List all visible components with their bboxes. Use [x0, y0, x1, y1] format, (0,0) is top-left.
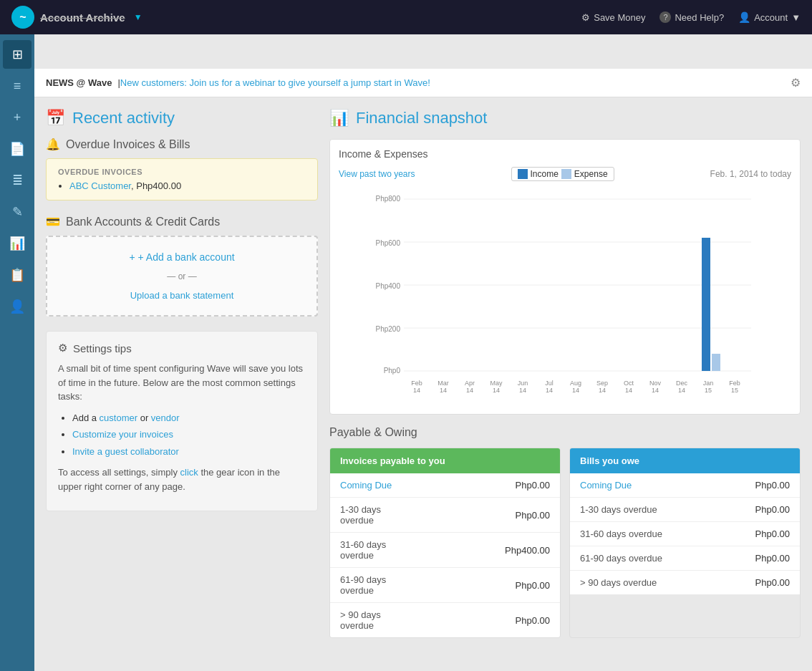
sidebar-item-accounting[interactable]: ✎ — [3, 198, 32, 226]
invoices-31-60-amount: Php400.00 — [505, 545, 550, 556]
bank-section-title: 💳 Bank Accounts & Credit Cards — [46, 215, 318, 228]
save-money-link[interactable]: Save Money — [581, 12, 645, 23]
svg-text:May: May — [490, 380, 503, 387]
svg-text:Php0: Php0 — [384, 367, 401, 375]
svg-text:Feb: Feb — [729, 380, 740, 387]
overdue-list-item: ABC Customer, Php400.00 — [69, 180, 306, 191]
bills-31-60-amount: Php0.00 — [755, 528, 790, 539]
chart-legend: Income Expense — [511, 167, 614, 181]
payable-owing-title: Payable & Owing — [329, 426, 801, 439]
invoices-1-30-row: 1-30 daysoverdue Php0.00 — [330, 498, 560, 533]
invoices-1-30-amount: Php0.00 — [516, 510, 550, 521]
brand-name: Account Archive — [40, 11, 125, 24]
sidebar-item-dashboard[interactable]: ⊞ — [3, 40, 32, 69]
sidebar-item-bills[interactable]: 📄 — [3, 135, 32, 163]
bills-61-90-amount: Php0.00 — [755, 553, 790, 564]
account-icon — [738, 11, 750, 23]
svg-text:14: 14 — [440, 387, 447, 394]
invite-collaborator-link[interactable]: Invite a guest collaborator — [72, 446, 179, 457]
topnav-actions: Save Money Need Help? Account ▼ — [581, 11, 801, 23]
svg-text:14: 14 — [466, 387, 473, 394]
svg-text:Php600: Php600 — [376, 239, 401, 247]
bank-section: 💳 Bank Accounts & Credit Cards ++ Add a … — [46, 215, 318, 317]
overdue-list: ABC Customer, Php400.00 — [58, 180, 306, 191]
brand-area: ~ Account Archive ▼ — [11, 6, 581, 29]
invoices-31-60-row: 31-60 daysoverdue Php400.00 — [330, 533, 560, 568]
invoices-61-90-row: 61-90 daysoverdue Php0.00 — [330, 568, 560, 603]
chart-header: View past two years Income Expense Feb. … — [339, 167, 791, 181]
brand-dropdown-arrow[interactable]: ▼ — [134, 12, 142, 22]
bank-icon: 💳 — [46, 215, 60, 228]
newsbar-settings-icon[interactable]: ⚙ — [791, 76, 801, 90]
svg-text:Mar: Mar — [438, 380, 449, 387]
add-bank-account-link[interactable]: ++ Add a bank account — [129, 251, 234, 263]
svg-text:Dec: Dec — [676, 380, 688, 387]
sidebar-item-contacts[interactable]: 👤 — [3, 292, 32, 321]
expense-bar-jan15 — [712, 354, 720, 371]
overdue-section-title: 🔔 Overdue Invoices & Bills — [46, 137, 318, 151]
upload-bank-statement-link[interactable]: Upload a bank statement — [130, 290, 234, 301]
legend-income-label: Income — [531, 169, 559, 179]
income-bar-jan15 — [702, 238, 710, 371]
chart-date-range: Feb. 1, 2014 to today — [710, 169, 791, 179]
chart-svg: Php800 Php600 Php400 Php200 Php0 Feb — [339, 188, 791, 403]
svg-text:14: 14 — [625, 387, 632, 394]
svg-text:Jan: Jan — [703, 380, 714, 387]
content-area: 📅 Recent activity 🔔 Overdue Invoices & B… — [34, 97, 812, 650]
bills-coming-due-label[interactable]: Coming Due — [580, 480, 632, 491]
settings-tips-click-text: click — [180, 467, 198, 478]
chart-svg-wrap: Php800 Php600 Php400 Php200 Php0 Feb — [339, 188, 791, 405]
svg-text:14: 14 — [413, 387, 420, 394]
overdue-amount: Php400.00 — [136, 180, 181, 191]
recent-activity-icon: 📅 — [46, 109, 65, 127]
settings-tips-item-3: Invite a guest collaborator — [72, 445, 306, 459]
bills-31-60-row: 31-60 days overdue Php0.00 — [570, 522, 800, 546]
view-past-link[interactable]: View past two years — [339, 169, 415, 179]
sidebar-item-reports[interactable]: ≣ — [3, 166, 32, 195]
invoices-90plus-label: > 90 daysoverdue — [340, 609, 381, 631]
bills-1-30-label: 1-30 days overdue — [580, 504, 657, 515]
bills-61-90-label: 61-90 days overdue — [580, 553, 662, 564]
legend-expense-label: Expense — [574, 169, 608, 179]
or-divider: — or — — [62, 271, 302, 281]
sidebar: ⊞ ≡ + 📄 ≣ ✎ 📊 📋 👤 — [0, 34, 34, 671]
overdue-customer-link[interactable]: ABC Customer — [69, 180, 131, 191]
vendor-link[interactable]: vendor — [151, 412, 180, 423]
account-link[interactable]: Account ▼ — [738, 11, 801, 23]
svg-text:14: 14 — [652, 387, 659, 394]
invoices-31-60-label: 31-60 daysoverdue — [340, 539, 386, 561]
overdue-box-label: OVERDUE INVOICES — [58, 168, 306, 176]
sidebar-item-payroll[interactable]: 📋 — [3, 261, 32, 289]
bills-61-90-row: 61-90 days overdue Php0.00 — [570, 546, 800, 571]
svg-text:Nov: Nov — [649, 380, 662, 387]
need-help-link[interactable]: Need Help? — [659, 11, 724, 23]
snapshot-icon: 📊 — [329, 109, 349, 127]
account-dropdown-arrow: ▼ — [791, 12, 801, 23]
svg-text:Jun: Jun — [518, 380, 528, 387]
legend-expense-box — [561, 169, 571, 179]
settings-tips-item-1: Add a customer or vendor — [72, 411, 306, 425]
svg-text:Oct: Oct — [624, 380, 634, 387]
settings-tips-bottom: To access all settings, simply click the… — [58, 465, 306, 493]
invoices-coming-due-label[interactable]: Coming Due — [340, 480, 392, 491]
bills-coming-due-row: Coming Due Php0.00 — [570, 473, 800, 498]
sidebar-item-invoices[interactable]: + — [3, 103, 32, 132]
payable-owing-section: Payable & Owing Invoices payable to you … — [329, 426, 801, 638]
customize-invoices-link[interactable]: Customize your invoices — [72, 429, 173, 440]
overdue-section: 🔔 Overdue Invoices & Bills OVERDUE INVOI… — [46, 137, 318, 201]
main-wrapper: NEWS @ Wave | New customers: Join us for… — [34, 69, 812, 671]
plus-icon: + — [129, 251, 135, 263]
bills-90plus-amount: Php0.00 — [755, 577, 790, 588]
recent-activity-header: 📅 Recent activity — [46, 109, 318, 127]
save-money-icon — [581, 12, 590, 23]
sidebar-item-analytics[interactable]: 📊 — [3, 229, 32, 258]
invoices-payable-header: Invoices payable to you — [330, 448, 560, 473]
customer-link[interactable]: customer — [100, 412, 137, 423]
settings-tips-title: ⚙ Settings tips — [58, 342, 306, 354]
invoices-payable-column: Invoices payable to you Coming Due Php0.… — [329, 448, 561, 638]
news-link[interactable]: New customers: Join us for a webinar to … — [120, 77, 430, 88]
bills-owe-header: Bills you owe — [570, 448, 800, 473]
bills-1-30-amount: Php0.00 — [755, 504, 790, 515]
logo: ~ — [11, 6, 34, 29]
sidebar-item-transactions[interactable]: ≡ — [3, 72, 32, 100]
